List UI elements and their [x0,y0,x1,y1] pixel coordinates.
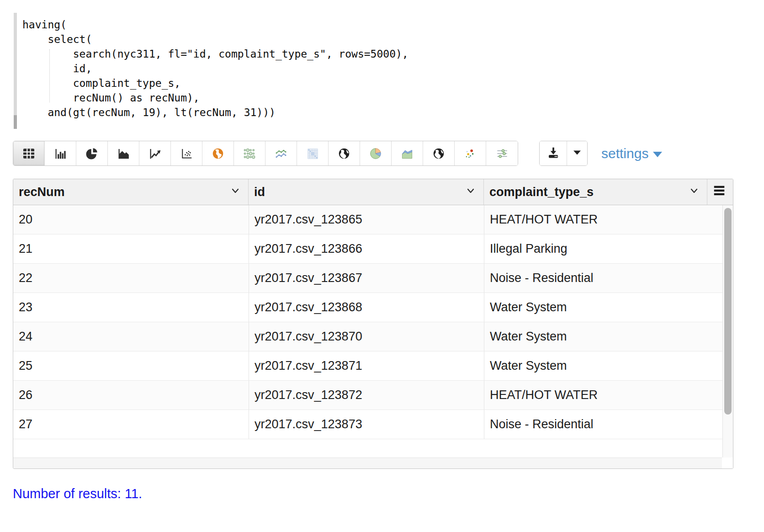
table-body: 20 yr2017.csv_123865 HEAT/HOT WATER 21 y… [13,205,733,458]
code-line: recNum() as recNum), [22,90,409,105]
code-line: id, [22,61,409,76]
line-chart-icon [148,147,162,160]
code-text: having( select( search(nyc311, fl="id, c… [17,13,409,129]
cell-id: yr2017.csv_123872 [249,381,484,410]
chart-type-button-scatter-plot[interactable] [171,141,202,165]
bubble-grid-icon [243,147,256,160]
code-line: search(nyc311, fl="id, complaint_type_s"… [22,47,409,61]
table-menu-button[interactable] [707,179,733,205]
cell-recnum: 25 [13,351,249,380]
cell-recnum: 20 [13,205,249,234]
chart-type-button-globe-dark2[interactable] [423,141,455,165]
table-row: 23 yr2017.csv_123868 Water System [13,293,733,322]
code-line: complaint_type_s, [22,76,409,90]
bar-chart-icon [53,147,67,160]
chart-toolbar: settings [13,141,764,166]
chart-type-button-pie-chart[interactable] [76,141,108,165]
cell-id: yr2017.csv_123868 [249,293,484,322]
cell-id: yr2017.csv_123871 [249,351,484,380]
table-row: 24 yr2017.csv_123870 Water System [13,322,733,351]
heatmap-icon [306,147,319,160]
caret-down-icon [572,149,582,157]
chart-type-button-line-chart[interactable] [139,141,171,165]
chart-type-button-bar-chart[interactable] [45,141,76,165]
column-label: recNum [19,185,65,199]
scatter-color-icon [463,147,477,160]
download-icon [546,146,560,161]
chart-type-button-table[interactable] [13,141,45,165]
chevron-down-icon[interactable] [465,185,476,199]
globe-dark2-icon [432,147,446,160]
chart-type-button-heatmap[interactable] [297,141,329,165]
vertical-scrollbar-track[interactable] [722,205,733,458]
scatter-plot-icon [180,147,193,160]
code-editor[interactable]: having( select( search(nyc311, fl="id, c… [14,13,764,129]
cell-complaint-type: Illegal Parking [484,234,722,263]
cell-id: yr2017.csv_123870 [249,322,484,351]
notebook-paragraph: having( select( search(nyc311, fl="id, c… [0,0,764,501]
column-label: id [254,185,265,199]
chart-type-button-bubble-grid[interactable] [234,141,265,165]
table-row: 26 yr2017.csv_123872 HEAT/HOT WATER [13,381,733,410]
download-dropdown-button[interactable] [567,141,587,165]
result-table: recNum id complaint_type_s [13,179,733,469]
cell-complaint-type: HEAT/HOT WATER [484,381,722,410]
cell-id: yr2017.csv_123866 [249,234,484,263]
column-header-recnum[interactable]: recNum [13,179,249,205]
chart-type-button-multi-line-chart[interactable] [265,141,297,165]
chart-type-button-pie-chart-color[interactable] [360,141,392,165]
sliders-icon [495,147,509,160]
area-chart-icon [117,147,130,160]
cell-recnum: 26 [13,381,249,410]
cell-recnum: 24 [13,322,249,351]
horizontal-scrollbar-track[interactable] [13,458,733,468]
table-row: 21 yr2017.csv_123866 Illegal Parking [13,234,733,264]
chart-type-button-scatter-color[interactable] [455,141,486,165]
chart-type-button-sliders[interactable] [486,141,518,165]
chart-type-button-globe-dark[interactable] [329,141,360,165]
cell-recnum: 21 [13,234,249,263]
chart-type-group [13,141,518,166]
code-line: having( [22,17,409,32]
table-row: 20 yr2017.csv_123865 HEAT/HOT WATER [13,205,733,234]
results-count-text: Number of results: 11. [13,486,764,501]
cell-complaint-type: Water System [484,351,722,380]
cell-id: yr2017.csv_123867 [249,264,484,293]
cell-complaint-type: Water System [484,293,722,322]
chevron-down-icon[interactable] [689,185,700,199]
table-row: 22 yr2017.csv_123867 Noise - Residential [13,264,733,293]
download-button[interactable] [540,141,567,165]
multi-line-chart-icon [274,147,288,160]
globe-dark-icon [337,147,351,160]
chevron-down-icon[interactable] [230,185,241,199]
code-line: and(gt(recNum, 19), lt(recNum, 31))) [22,105,409,120]
caret-down-icon [653,152,662,157]
cell-recnum: 23 [13,293,249,322]
code-line: select( [22,32,409,47]
settings-label: settings [601,146,648,161]
download-group [539,141,588,166]
settings-link[interactable]: settings [601,146,662,161]
column-header-id[interactable]: id [249,179,484,205]
table-row: 25 yr2017.csv_123871 Water System [13,351,733,381]
area-chart-color-icon [400,147,414,160]
table-row: 27 yr2017.csv_123873 Noise - Residential [13,410,733,439]
chart-type-button-area-chart[interactable] [108,141,139,165]
hamburger-menu-icon [712,185,726,200]
cell-recnum: 27 [13,410,249,439]
cell-complaint-type: Noise - Residential [484,410,722,439]
vertical-scrollbar-thumb[interactable] [724,208,732,415]
chart-type-button-globe-orange[interactable] [202,141,234,165]
cell-complaint-type: HEAT/HOT WATER [484,205,722,234]
cell-id: yr2017.csv_123873 [249,410,484,439]
pie-chart-color-icon [369,147,382,160]
table-header-row: recNum id complaint_type_s [13,179,733,205]
cell-complaint-type: Noise - Residential [484,264,722,293]
cell-complaint-type: Water System [484,322,722,351]
globe-orange-icon [211,147,225,160]
cell-recnum: 22 [13,264,249,293]
chart-type-button-area-chart-color[interactable] [392,141,423,165]
indent-guide [49,49,50,102]
column-header-complaint-type[interactable]: complaint_type_s [484,179,707,205]
column-label: complaint_type_s [489,185,594,199]
